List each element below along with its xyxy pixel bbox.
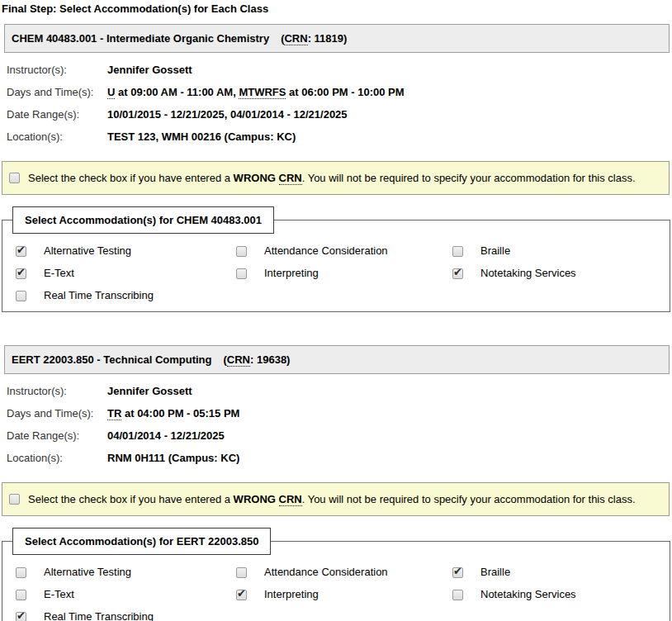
instructor-value: Jennifer Gossett — [107, 64, 192, 76]
crn-label: (CRN: 11819) — [281, 32, 347, 45]
accommodation-checkbox[interactable] — [452, 246, 463, 257]
accommodation-label[interactable]: Braille — [480, 245, 510, 257]
instructor-label: Instructor(s): — [7, 386, 107, 397]
accommodation-checkbox[interactable] — [16, 291, 26, 301]
accommodation-checkbox[interactable] — [452, 567, 463, 578]
class-details: Instructor(s): Jennifer Gossett Days and… — [7, 64, 672, 143]
accommodation-item: Interpreting — [236, 268, 452, 279]
accommodation-item: Attendance Consideration — [236, 566, 452, 578]
instructor-value: Jennifer Gossett — [107, 386, 192, 397]
dates-label: Date Range(s): — [7, 109, 107, 121]
accommodation-item: Notetaking Services — [452, 589, 670, 600]
accommodation-checkbox[interactable] — [16, 612, 26, 621]
class-section-chem: CHEM 40483.001 - Intermediate Organic Ch… — [0, 24, 672, 312]
accommodation-checkbox[interactable] — [236, 268, 247, 279]
crn-abbr: CRN — [279, 493, 302, 506]
accommodation-label[interactable]: Notetaking Services — [480, 589, 576, 600]
accommodation-item: Alternative Testing — [16, 245, 236, 257]
location-value: TEST 123, WMH 00216 (Campus: KC) — [107, 131, 296, 143]
accommodation-label[interactable]: Alternative Testing — [44, 245, 131, 257]
detail-row-location: Location(s): RNM 0H111 (Campus: KC) — [7, 453, 672, 464]
accommodation-grid: Alternative Testing Attendance Considera… — [2, 244, 670, 301]
accommodation-item: E-Text — [16, 589, 236, 600]
wrong-crn-warning-text: Select the check box if you have entered… — [28, 172, 636, 184]
accommodation-checkbox[interactable] — [452, 268, 463, 279]
class-header: EERT 22003.850 - Technical Computing(CRN… — [4, 345, 670, 374]
accommodation-checkbox[interactable] — [16, 268, 26, 279]
detail-row-instructor: Instructor(s): Jennifer Gossett — [7, 64, 672, 76]
accommodation-checkbox[interactable] — [16, 590, 26, 600]
dates-value: 04/01/2014 - 12/21/2025 — [107, 430, 225, 442]
crn-label: (CRN: 19638) — [224, 353, 291, 366]
accommodation-checkbox[interactable] — [16, 246, 26, 257]
days-value: U at 09:00 AM - 11:00 AM, MTWRFS at 06:0… — [107, 87, 405, 98]
class-header: CHEM 40483.001 - Intermediate Organic Ch… — [4, 24, 670, 53]
accommodation-label[interactable]: Alternative Testing — [44, 566, 131, 578]
day-abbr: U — [107, 86, 115, 99]
days-label: Days and Time(s): — [7, 87, 107, 98]
accommodation-item: Real Time Transcribing — [16, 611, 236, 621]
accommodation-label[interactable]: Real Time Transcribing — [44, 611, 154, 621]
accommodation-checkbox[interactable] — [236, 567, 247, 578]
accommodation-item: Braille — [452, 245, 670, 257]
detail-row-dates: Date Range(s): 04/01/2014 - 12/21/2025 — [7, 430, 672, 442]
accommodation-selection-page: Final Step: Select Accommodation(s) for … — [0, 0, 672, 621]
crn-abbr: CRN — [284, 32, 307, 45]
detail-row-days: Days and Time(s): TR at 04:00 PM - 05:15… — [7, 408, 672, 420]
crn-abbr: CRN — [279, 172, 302, 185]
instructor-label: Instructor(s): — [7, 64, 107, 76]
accommodations-legend: Select Accommodation(s) for CHEM 40483.0… — [12, 206, 274, 234]
detail-row-location: Location(s): TEST 123, WMH 00216 (Campus… — [7, 131, 672, 143]
accommodation-item: Attendance Consideration — [236, 245, 452, 257]
accommodation-label[interactable]: Interpreting — [264, 589, 319, 600]
wrong-crn-checkbox[interactable] — [9, 173, 20, 183]
days-value: TR at 04:00 PM - 05:15 PM — [107, 408, 239, 420]
accommodation-label[interactable]: Notetaking Services — [480, 268, 576, 279]
accommodation-label[interactable]: Real Time Transcribing — [44, 290, 154, 301]
class-section-eert: EERT 22003.850 - Technical Computing(CRN… — [0, 345, 672, 621]
location-label: Location(s): — [7, 453, 107, 464]
accommodation-item: Notetaking Services — [452, 268, 670, 279]
accommodation-checkbox[interactable] — [16, 567, 26, 578]
dates-value: 10/01/2015 - 12/21/2025, 04/01/2014 - 12… — [107, 109, 348, 121]
day-abbr: TR — [107, 407, 121, 420]
days-label: Days and Time(s): — [7, 408, 107, 420]
accommodation-checkbox[interactable] — [236, 246, 247, 257]
accommodation-grid: Alternative Testing Attendance Considera… — [2, 565, 670, 621]
detail-row-instructor: Instructor(s): Jennifer Gossett — [7, 386, 672, 397]
accommodation-item: Alternative Testing — [16, 566, 236, 578]
accommodations-fieldset-chem: Select Accommodation(s) for CHEM 40483.0… — [2, 206, 670, 312]
accommodation-checkbox[interactable] — [236, 590, 247, 600]
page-title: Final Step: Select Accommodation(s) for … — [2, 2, 672, 15]
accommodations-legend: Select Accommodation(s) for EERT 22003.8… — [12, 528, 271, 555]
accommodation-label[interactable]: Braille — [480, 566, 510, 578]
detail-row-days: Days and Time(s): U at 09:00 AM - 11:00 … — [7, 87, 672, 98]
course-title: CHEM 40483.001 - Intermediate Organic Ch… — [12, 32, 269, 45]
accommodation-item: Interpreting — [236, 589, 452, 600]
accommodation-item: E-Text — [16, 268, 236, 279]
accommodation-label[interactable]: Interpreting — [264, 268, 319, 279]
accommodation-checkbox[interactable] — [452, 590, 463, 600]
accommodation-label[interactable]: E-Text — [44, 268, 74, 279]
accommodation-label[interactable]: E-Text — [44, 589, 74, 600]
location-label: Location(s): — [7, 131, 107, 143]
wrong-crn-warning: Select the check box if you have entered… — [2, 482, 670, 516]
accommodation-item: Real Time Transcribing — [16, 290, 236, 301]
accommodations-fieldset-eert: Select Accommodation(s) for EERT 22003.8… — [2, 528, 670, 621]
detail-row-dates: Date Range(s): 10/01/2015 - 12/21/2025, … — [7, 109, 672, 121]
class-details: Instructor(s): Jennifer Gossett Days and… — [7, 386, 672, 464]
wrong-crn-warning-text: Select the check box if you have entered… — [28, 493, 636, 505]
course-title: EERT 22003.850 - Technical Computing — [12, 353, 212, 366]
accommodation-label[interactable]: Attendance Consideration — [264, 245, 388, 257]
wrong-crn-warning: Select the check box if you have entered… — [2, 161, 670, 195]
day-abbr: MTWRFS — [239, 86, 286, 99]
accommodation-item: Braille — [452, 566, 670, 578]
crn-abbr: CRN — [227, 353, 250, 367]
dates-label: Date Range(s): — [7, 430, 107, 442]
accommodation-label[interactable]: Attendance Consideration — [264, 566, 388, 578]
wrong-crn-checkbox[interactable] — [9, 494, 20, 505]
location-value: RNM 0H111 (Campus: KC) — [107, 453, 239, 464]
